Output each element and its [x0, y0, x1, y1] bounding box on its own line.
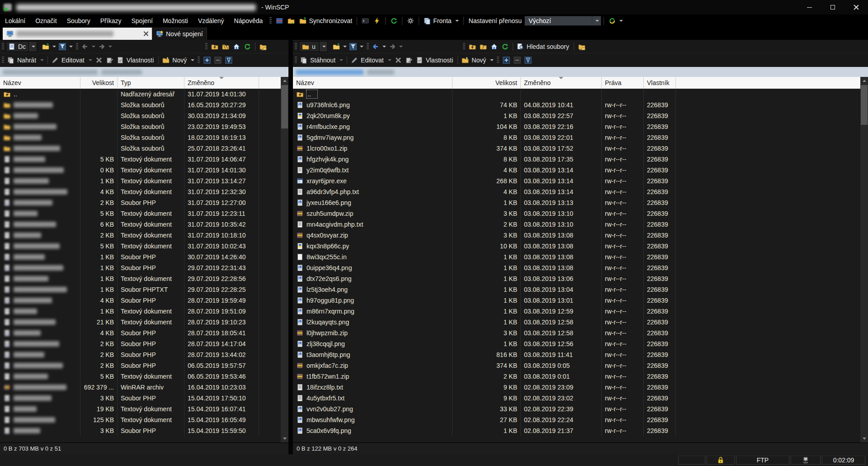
- table-row[interactable]: vvn2v0ub27.png33 KB02.08.2019 22:39rw-r-…: [293, 404, 868, 414]
- table-row[interactable]: 2 KBSoubor PHP06.05.2019 19:57:57: [0, 360, 288, 371]
- table-row[interactable]: r4mfbuclxe.png104 KB03.08.2019 22:16rw-r…: [293, 121, 868, 132]
- commander-layout-button[interactable]: [274, 15, 285, 26]
- menu-prikazy[interactable]: Příkazy: [95, 14, 127, 27]
- local-back-button[interactable]: [80, 41, 97, 52]
- table-row[interactable]: 5 KBTextový dokument06.05.2019 19:53:46: [0, 371, 288, 382]
- queue-button[interactable]: Fronta: [421, 15, 461, 26]
- column-header-type[interactable]: Typ: [118, 77, 184, 89]
- preferences-button[interactable]: [405, 15, 416, 26]
- table-row[interactable]: 1 KBSoubor PHP30.07.2019 14:26:40: [0, 252, 288, 262]
- remote-filter-button[interactable]: [348, 41, 365, 52]
- local-select-button[interactable]: [202, 55, 212, 66]
- table-row[interactable]: Složka souborů30.03.2019 21:34:09: [0, 110, 288, 121]
- table-row[interactable]: 18ifzxz8lp.txt9 KB02.08.2019 23:09rw-r--…: [293, 382, 868, 393]
- menu-spojeni[interactable]: Spojení: [126, 14, 157, 27]
- remote-parent-directory-button[interactable]: [467, 41, 478, 52]
- table-row[interactable]: ..: [293, 89, 868, 100]
- table-row[interactable]: 5 KBTextový dokument31.07.2019 10:02:43: [0, 241, 288, 252]
- table-row[interactable]: 2 KBSoubor PHP28.07.2019 14:17:04: [0, 338, 288, 349]
- table-row[interactable]: szuh5umdpw.zip3 KB03.08.2019 13:10rw-r--…: [293, 208, 868, 219]
- table-row[interactable]: h97oggu81p.png1 KB03.08.2019 13:01rw-r--…: [293, 295, 868, 306]
- table-row[interactable]: ..Nadřazený adresář31.07.2019 14:01:30: [0, 89, 288, 100]
- table-row[interactable]: y2im0q6wfb.txt4 KB03.08.2019 13:14rw-r--…: [293, 165, 868, 176]
- maximize-button[interactable]: [821, 0, 844, 14]
- local-refresh-button[interactable]: [242, 41, 253, 52]
- table-row[interactable]: Složka souborů16.05.2019 20:27:29: [0, 100, 288, 110]
- column-header-size[interactable]: Velikost: [80, 77, 118, 89]
- remote-edit-button[interactable]: Editovat: [349, 55, 393, 66]
- local-filter-button[interactable]: [57, 41, 74, 52]
- table-row[interactable]: zlj38cqqjl.png1 KB03.08.2019 12:56rw-r--…: [293, 338, 868, 349]
- remote-unselect-button[interactable]: [512, 55, 523, 66]
- local-new-button[interactable]: Nový: [161, 55, 196, 66]
- menu-moznosti[interactable]: Možnosti: [158, 14, 193, 27]
- local-properties-button[interactable]: Vlastnosti: [115, 55, 156, 66]
- table-row[interactable]: l0jhwpzmib.zip3 KB03.08.2019 12:58rw-r--…: [293, 328, 868, 338]
- panel-splitter[interactable]: [288, 40, 293, 454]
- column-header-name[interactable]: Název: [0, 77, 80, 89]
- table-row[interactable]: 3 KBSoubor PHP15.04.2019 17:50:10: [0, 393, 288, 404]
- remote-open-directory-button[interactable]: [331, 41, 348, 52]
- remote-select-button[interactable]: [501, 55, 512, 66]
- local-drive-select[interactable]: Dc: [6, 41, 29, 52]
- table-row[interactable]: 1 KBTextový dokument28.07.2019 19:51:09: [0, 306, 288, 317]
- table-row[interactable]: 4 KBSoubor PHP28.07.2019 19:59:49: [0, 295, 288, 306]
- column-header-owner[interactable]: Vlastník: [644, 77, 676, 89]
- table-row[interactable]: 1 KBSoubor PHPTXT29.07.2019 22:28:25: [0, 284, 288, 295]
- table-row[interactable]: 1 KBSoubor PHP29.07.2019 22:31:43: [0, 262, 288, 273]
- table-row[interactable]: Složka souborů23.02.2019 19:49:53: [0, 121, 288, 132]
- local-rename-button[interactable]: [104, 55, 115, 66]
- remote-rename-button[interactable]: [404, 55, 415, 66]
- minimize-button[interactable]: [797, 0, 821, 14]
- table-row[interactable]: 2 KBTextový dokument31.07.2019 10:18:10: [0, 230, 288, 241]
- scroll-up-icon[interactable]: [860, 77, 868, 85]
- table-row[interactable]: mn4acgivdm.php.txt2 KB03.08.2019 13:10rw…: [293, 219, 868, 230]
- console-button[interactable]: [359, 15, 371, 26]
- table-row[interactable]: 19 KBTextový dokument15.04.2019 16:07:41: [0, 404, 288, 414]
- table-row[interactable]: 1 KBTextový dokument29.07.2019 22:28:56: [0, 273, 288, 284]
- table-row[interactable]: omkjxfac7c.zip374 KB03.08.2019 0:05rw-r-…: [293, 360, 868, 371]
- table-row[interactable]: q4sx0svyar.zip3 KB03.08.2019 13:08rw-r--…: [293, 230, 868, 241]
- table-row[interactable]: 6 KBTextový dokument31.07.2019 10:35:42: [0, 219, 288, 230]
- local-drive-dropdown[interactable]: [29, 41, 37, 52]
- remote-path-bar[interactable]: [293, 67, 868, 77]
- table-row[interactable]: 0 KBTextový dokument31.07.2019 14:01:30: [0, 165, 288, 176]
- remote-new-button[interactable]: Nový: [460, 55, 495, 66]
- local-parent-directory-button[interactable]: [209, 41, 220, 52]
- scroll-down-icon[interactable]: [860, 435, 868, 442]
- table-row[interactable]: 5ca0x6v9fq.png1 KB02.08.2019 21:37rw-r--…: [293, 425, 868, 436]
- remote-scrollbar[interactable]: [860, 77, 868, 442]
- table-row[interactable]: l2kuqayqts.png1 KB03.08.2019 12:58rw-r--…: [293, 317, 868, 328]
- menu-oznacit[interactable]: Označit: [30, 14, 61, 27]
- upload-button[interactable]: Nahrát: [6, 55, 45, 66]
- local-forward-button[interactable]: [97, 41, 113, 52]
- session-tab-new[interactable]: Nové spojení: [152, 28, 207, 40]
- table-row[interactable]: a96dr3vfp4.php.txt4 KB03.08.2019 13:14rw…: [293, 186, 868, 197]
- scroll-up-icon[interactable]: [281, 77, 288, 85]
- table-row[interactable]: 4u5ytbxfr5.txt9 KB02.08.2019 23:02rw-r--…: [293, 393, 868, 404]
- scroll-down-icon[interactable]: [281, 435, 288, 442]
- table-row[interactable]: 8wi3qx255c.in1 KB03.08.2019 13:08rw-r--r…: [293, 252, 868, 262]
- table-row[interactable]: xrayr6jpre.exe268 KB03.08.2019 13:14rw-r…: [293, 176, 868, 186]
- local-scrollbar[interactable]: [281, 77, 288, 442]
- local-delete-button[interactable]: [94, 55, 104, 66]
- menu-vzdaleny[interactable]: Vzdálený: [193, 14, 229, 27]
- remote-delete-button[interactable]: [393, 55, 404, 66]
- table-row[interactable]: 3 KBSoubor PHP15.04.2019 15:59:50: [0, 425, 288, 436]
- column-header-size[interactable]: Velikost: [453, 77, 521, 89]
- remote-forward-button[interactable]: [387, 41, 404, 52]
- table-row[interactable]: 4 KBSoubor PHP28.07.2019 18:05:41: [0, 328, 288, 338]
- transfer-preset-select[interactable]: Výchozí: [524, 16, 601, 26]
- remote-refresh-button[interactable]: [500, 41, 510, 52]
- table-row[interactable]: dtx72e2qs6.png1 KB03.08.2019 13:06rw-r--…: [293, 273, 868, 284]
- table-row[interactable]: m86rn7xqrm.png1 KB03.08.2019 12:59rw-r--…: [293, 306, 868, 317]
- table-row[interactable]: Složka souborů18.02.2019 16:19:13: [0, 132, 288, 143]
- column-header-rights[interactable]: Práva: [602, 77, 644, 89]
- table-row[interactable]: 125 KBTextový dokument15.04.2019 16:05:4…: [0, 414, 288, 425]
- remote-directory-dropdown[interactable]: [320, 41, 328, 52]
- table-row[interactable]: Složka souborů25.07.2018 23:26:41: [0, 143, 288, 154]
- transfer-preset-cycle-button[interactable]: [606, 15, 625, 26]
- session-tab-current[interactable]: [3, 28, 152, 40]
- command-button[interactable]: [371, 15, 383, 26]
- status-lock-cell[interactable]: [707, 456, 735, 465]
